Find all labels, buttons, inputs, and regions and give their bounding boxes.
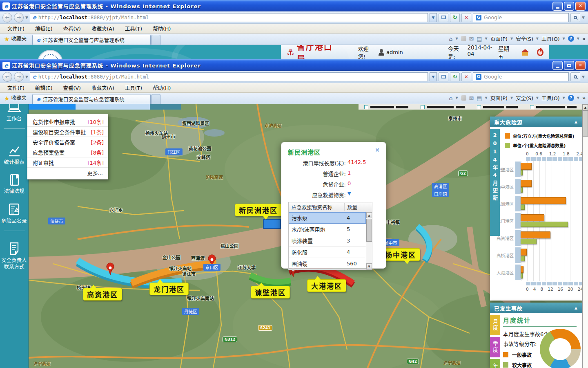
capacity-bar[interactable]	[521, 197, 566, 204]
menu-item-cargo-approval[interactable]: 危货作业申报审批[10条]	[27, 117, 108, 127]
column-header-qty[interactable]: 数量	[344, 203, 366, 211]
rss-feed-icon[interactable]	[461, 36, 466, 41]
menu-help[interactable]: 帮助(H)	[153, 84, 171, 92]
home-icon[interactable]: ⌂	[449, 95, 453, 101]
new-tab-stub[interactable]	[151, 35, 160, 45]
favorites-button[interactable]: 收藏夹	[11, 94, 27, 101]
search-dropdown-icon[interactable]: ▼	[582, 75, 585, 79]
back-button[interactable]: ←	[2, 72, 12, 82]
safety-menu[interactable]: 安全(S)	[516, 94, 533, 102]
collapse-icon[interactable]: ▲	[575, 306, 578, 310]
port-area-label[interactable]: 新民洲港区	[235, 204, 282, 216]
history-dropdown-icon[interactable]: ▼	[25, 75, 28, 79]
compatibility-view-button[interactable]	[439, 13, 448, 22]
search-button[interactable]	[570, 72, 580, 81]
nav-segment[interactable]	[76, 104, 150, 110]
sidebar-item-hazard-list[interactable]: 危险品名录	[1, 202, 28, 225]
collapse-icon[interactable]: ▲	[575, 120, 578, 124]
count-bar[interactable]	[521, 273, 523, 278]
restore-button[interactable]	[564, 2, 574, 11]
sidebar-item-workbench[interactable]: 工作台	[1, 104, 28, 123]
layer-checkbox[interactable]	[364, 105, 408, 109]
top-nav-strip[interactable]	[29, 104, 181, 110]
mail-icon[interactable]: ✉	[469, 36, 474, 42]
mail-icon[interactable]: ✉	[469, 95, 474, 101]
panel-header[interactable]: 重大危险源▲	[490, 117, 582, 127]
sidebar-item-statistics[interactable]: 统计报表	[1, 144, 28, 166]
nav-segment[interactable]	[150, 104, 181, 110]
nav-segment-active[interactable]	[29, 104, 76, 110]
search-button[interactable]	[570, 13, 580, 22]
rss-feed-icon[interactable]	[461, 95, 466, 101]
new-tab-stub[interactable]	[151, 94, 160, 104]
stop-button[interactable]: ✕	[461, 13, 471, 22]
menu-tools[interactable]: 工具(T)	[125, 84, 142, 92]
page-scrollbar[interactable]: ▲	[582, 104, 588, 368]
capacity-bar[interactable]	[521, 249, 527, 256]
stop-button[interactable]: ✕	[461, 72, 471, 81]
count-bar[interactable]	[521, 256, 525, 261]
browser-tab[interactable]: e 江苏省港口安全监管与应急管理系统	[32, 35, 151, 45]
menu-file[interactable]: 文件(F)	[7, 25, 24, 32]
menu-favorites[interactable]: 收藏夹(A)	[91, 25, 114, 32]
close-button[interactable]: ✕	[575, 2, 586, 11]
capacity-bar[interactable]	[521, 214, 544, 221]
help-icon[interactable]: ?	[568, 36, 574, 42]
table-row[interactable]: 水/泡沫两用炮5	[289, 224, 366, 235]
table-row[interactable]: 喷淋装置3	[289, 235, 366, 247]
materials-collapse-icon[interactable]: ▼	[347, 191, 351, 199]
restore-button[interactable]	[564, 61, 574, 70]
capacity-bar[interactable]	[521, 180, 532, 187]
table-row[interactable]: 污水泵4	[289, 212, 366, 224]
menu-edit[interactable]: 编辑(E)	[35, 25, 53, 32]
overflow-chevron-icon[interactable]: »	[582, 36, 586, 42]
scroll-thumb[interactable]	[583, 110, 588, 137]
favorites-star-icon[interactable]: ★	[4, 95, 9, 102]
address-dropdown[interactable]: ▼	[430, 72, 437, 81]
column-header-name[interactable]: 应急救援物资名称	[289, 203, 344, 211]
browser-tab[interactable]: e 江苏省港口安全监管与应急管理系统	[32, 94, 151, 104]
count-bar[interactable]	[521, 222, 568, 227]
history-dropdown-icon[interactable]: ▼	[25, 16, 28, 20]
address-input[interactable]: e http://localhost:8080/yjpt/Main.html	[30, 13, 428, 22]
safety-menu[interactable]: 安全(S)	[516, 35, 533, 43]
capacity-bar[interactable]	[521, 231, 550, 238]
menu-view[interactable]: 查看(V)	[63, 84, 81, 92]
page-menu[interactable]: 页面(P)	[490, 35, 508, 43]
compatibility-view-button[interactable]	[439, 72, 448, 81]
search-dropdown-icon[interactable]: ▼	[582, 16, 585, 20]
menu-file[interactable]: 文件(F)	[7, 84, 24, 92]
sidebar-item-laws[interactable]: 法律法规	[1, 173, 28, 195]
panel-header[interactable]: 已发生事故▲	[490, 303, 582, 313]
menu-item-certificate-approval[interactable]: 附证审批[14条]	[27, 157, 108, 168]
forward-button[interactable]: →	[14, 13, 24, 22]
capacity-bar[interactable]	[521, 163, 532, 170]
port-area-label[interactable]: 高资港区	[83, 288, 122, 301]
tab-quarterly[interactable]: 季度	[490, 337, 500, 357]
menu-edit[interactable]: 编辑(E)	[35, 84, 53, 92]
menu-item-project-approval[interactable]: 建设项目安全条件审批[1条]	[27, 127, 108, 137]
menu-help[interactable]: 帮助(H)	[153, 25, 171, 32]
tools-menu[interactable]: 工具(O)	[541, 94, 560, 102]
favorites-button[interactable]: 收藏夹	[11, 34, 27, 42]
layer-checkbox[interactable]	[421, 105, 465, 109]
help-icon[interactable]: ?	[568, 95, 574, 101]
minimize-button[interactable]	[552, 2, 563, 11]
print-icon[interactable]: ▤	[477, 95, 482, 101]
sidebar-item-safety-contacts[interactable]: 安全负责人联系方式	[1, 242, 28, 271]
close-button[interactable]: ✕	[575, 61, 586, 70]
capacity-bar[interactable]	[521, 266, 523, 273]
table-scrollbar[interactable]: ▲ ▼	[366, 212, 372, 269]
favorites-star-icon[interactable]: ★	[4, 36, 9, 43]
tools-menu[interactable]: 工具(O)	[541, 35, 560, 43]
table-row[interactable]: 防化服4	[289, 247, 366, 258]
banner-home-icon[interactable]	[521, 49, 528, 56]
scroll-up-icon[interactable]: ▲	[366, 212, 372, 218]
scroll-up-icon[interactable]: ▲	[583, 104, 588, 110]
menu-item-safety-report[interactable]: 安全评价报告备案[2条]	[27, 137, 108, 147]
count-bar[interactable]	[521, 239, 537, 244]
minimize-button[interactable]	[552, 61, 563, 70]
menu-item-emergency-plan[interactable]: 应急预案备案[8条]	[27, 147, 108, 157]
count-bar[interactable]	[521, 187, 523, 193]
tab-monthly[interactable]: 月度	[490, 315, 500, 335]
